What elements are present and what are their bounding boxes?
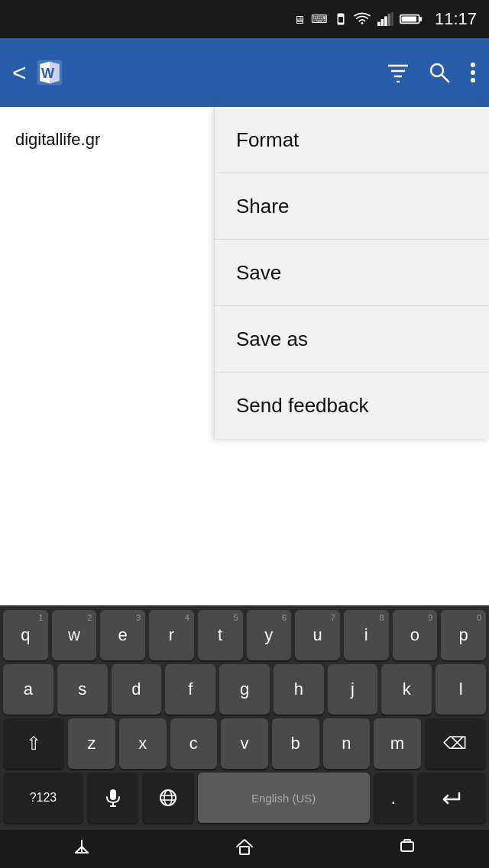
svg-rect-31 <box>404 840 410 842</box>
menu-item-save[interactable]: Save <box>215 240 489 306</box>
menu-item-format-label: Format <box>236 128 299 152</box>
more-options-icon[interactable] <box>469 61 477 84</box>
key-x[interactable]: x <box>119 718 167 769</box>
svg-text:W: W <box>41 66 55 81</box>
wifi-icon <box>354 12 371 26</box>
svg-line-18 <box>442 75 449 82</box>
keyboard-icon: ⌨ <box>311 12 328 26</box>
filter-icon[interactable] <box>387 63 410 82</box>
app-bar-left: < W <box>12 56 66 89</box>
dropdown-menu: Format Share Save Save as Send feedback <box>214 107 489 439</box>
menu-item-share-label: Share <box>236 195 289 218</box>
keyboard-row-1: q1 w2 e3 r4 t5 y6 u7 i8 o9 p0 <box>3 610 486 660</box>
menu-item-format[interactable]: Format <box>215 107 489 173</box>
svg-rect-3 <box>381 19 384 26</box>
keyboard-row-2: a s d f g h j k l <box>3 664 486 715</box>
svg-rect-30 <box>401 842 413 851</box>
nav-back-button[interactable] <box>0 836 163 862</box>
app-bar-right <box>387 61 477 84</box>
status-bar: 🖥 ⌨ 11:17 <box>0 0 489 38</box>
svg-rect-2 <box>377 22 381 26</box>
key-c[interactable]: c <box>170 718 218 769</box>
menu-item-send-feedback[interactable]: Send feedback <box>215 373 489 439</box>
key-g[interactable]: g <box>219 664 270 715</box>
key-a[interactable]: a <box>3 664 53 715</box>
office-logo: W <box>33 56 66 89</box>
svg-rect-4 <box>384 16 387 26</box>
svg-rect-9 <box>419 17 423 21</box>
key-n[interactable]: n <box>323 718 371 769</box>
svg-rect-29 <box>240 847 249 854</box>
keyboard-row-3: ⇧ z x c v b n m ⌫ <box>3 718 486 769</box>
key-m[interactable]: m <box>374 718 421 769</box>
key-i[interactable]: i8 <box>344 610 389 660</box>
key-y[interactable]: y6 <box>247 610 292 660</box>
nav-recents-button[interactable] <box>326 836 489 862</box>
key-u[interactable]: u7 <box>295 610 340 660</box>
sim-icon <box>334 12 348 26</box>
search-icon[interactable] <box>428 61 451 84</box>
key-k[interactable]: k <box>381 664 432 715</box>
keyboard-rows: q1 w2 e3 r4 t5 y6 u7 i8 o9 p0 a s d f g … <box>0 605 489 830</box>
key-p[interactable]: p0 <box>441 610 486 660</box>
key-numbers[interactable]: ?123 <box>3 773 83 823</box>
keyboard-row-4: ?123 English (US) <box>3 773 486 823</box>
key-q[interactable]: q1 <box>3 610 48 660</box>
svg-point-20 <box>471 70 475 75</box>
key-o[interactable]: o9 <box>393 610 438 660</box>
key-microphone[interactable] <box>87 773 138 823</box>
key-r[interactable]: r4 <box>149 610 194 660</box>
key-f[interactable]: f <box>165 664 215 715</box>
signal-icon <box>377 12 393 26</box>
key-space[interactable]: English (US) <box>198 773 370 823</box>
key-backspace[interactable]: ⌫ <box>425 718 486 769</box>
menu-item-save-as[interactable]: Save as <box>215 306 489 373</box>
menu-item-share[interactable]: Share <box>215 173 489 240</box>
menu-item-save-as-label: Save as <box>236 328 308 351</box>
nav-home-button[interactable] <box>163 836 325 862</box>
keyboard: q1 w2 e3 r4 t5 y6 u7 i8 o9 p0 a s d f g … <box>0 605 489 868</box>
status-icons: 🖥 ⌨ 11:17 <box>293 9 477 29</box>
key-globe[interactable] <box>142 773 193 823</box>
svg-point-26 <box>164 790 172 805</box>
key-s[interactable]: s <box>57 664 108 715</box>
key-v[interactable]: v <box>221 718 268 769</box>
svg-rect-5 <box>388 14 391 26</box>
key-enter[interactable] <box>417 773 486 823</box>
key-b[interactable]: b <box>272 718 319 769</box>
key-e[interactable]: e3 <box>100 610 145 660</box>
key-j[interactable]: j <box>328 664 378 715</box>
svg-point-21 <box>471 78 475 82</box>
svg-rect-6 <box>391 12 393 26</box>
svg-point-25 <box>160 790 176 805</box>
svg-rect-22 <box>110 789 116 800</box>
nav-bar <box>0 830 489 868</box>
key-z[interactable]: z <box>68 718 115 769</box>
battery-icon <box>400 12 423 26</box>
menu-item-send-feedback-label: Send feedback <box>236 394 368 418</box>
back-button[interactable]: < <box>12 59 27 87</box>
key-h[interactable]: h <box>274 664 324 715</box>
key-shift[interactable]: ⇧ <box>3 718 64 769</box>
key-t[interactable]: t5 <box>198 610 243 660</box>
key-w[interactable]: w2 <box>52 610 97 660</box>
key-l[interactable]: l <box>436 664 486 715</box>
svg-rect-1 <box>338 17 343 23</box>
main-content: digitallife.gr Format Share Save Save as… <box>0 107 489 496</box>
document-text: digitallife.gr <box>15 130 100 149</box>
app-bar: < W <box>0 38 489 107</box>
svg-rect-8 <box>402 16 416 21</box>
status-time: 11:17 <box>435 9 477 29</box>
key-d[interactable]: d <box>112 664 162 715</box>
screen-icon: 🖥 <box>293 13 305 26</box>
svg-point-19 <box>471 63 475 67</box>
menu-item-save-label: Save <box>236 261 281 285</box>
key-period[interactable]: . <box>374 773 413 823</box>
